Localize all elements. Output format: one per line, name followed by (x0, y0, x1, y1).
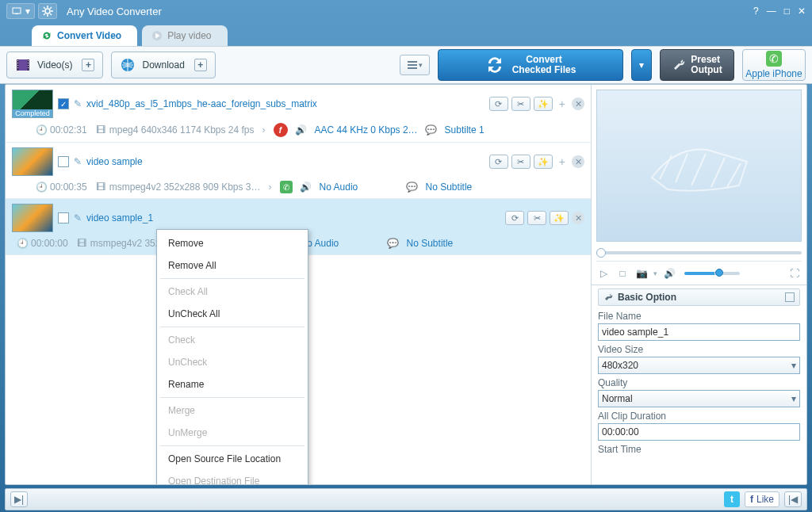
chevron-right-icon[interactable]: › (269, 181, 272, 193)
preset-label-2: Output (691, 65, 722, 75)
menu-separator (160, 445, 304, 446)
tab-play-video[interactable]: Play video (142, 25, 227, 46)
file-row[interactable]: ✎ video sample ⟳ ✂ ✨ + ✕ 🕘00:00:35 🎞msmp… (6, 143, 591, 199)
seek-bar[interactable] (596, 246, 802, 259)
effects-button[interactable]: ✨ (534, 155, 553, 169)
basic-option-header[interactable]: Basic Option (598, 288, 800, 306)
button-label: Download (142, 59, 184, 71)
reconvert-button[interactable]: ⟳ (489, 97, 508, 111)
tab-label: Convert Video (57, 30, 121, 41)
thumbnail[interactable] (12, 204, 53, 232)
view-mode-button[interactable]: ▾ (400, 55, 430, 75)
pencil-icon: ✎ (74, 212, 82, 224)
menu-item: UnMerge (157, 422, 308, 444)
collapse-icon[interactable] (785, 292, 795, 302)
help-button[interactable]: ? (753, 6, 759, 17)
svg-line-10 (44, 13, 45, 15)
checkbox[interactable] (58, 212, 69, 224)
checkbox[interactable]: ✓ (58, 98, 69, 109)
stop-button[interactable]: □ (615, 266, 630, 281)
clock-icon: 🕘 (36, 181, 47, 193)
convert-checked-files-button[interactable]: ConvertChecked Files (438, 49, 623, 81)
maximize-button[interactable]: □ (784, 6, 790, 17)
file-name-input[interactable] (598, 323, 800, 341)
app-title: Any Video Converter (67, 6, 162, 17)
play-button[interactable]: ▷ (596, 266, 611, 281)
expand-icon[interactable]: + (556, 97, 569, 110)
file-row[interactable]: ✓ ✎ xvid_480p_as_l5_1mbps_he-aac_foreign… (6, 85, 591, 143)
tab-label: Play video (167, 30, 211, 41)
svg-rect-19 (28, 60, 29, 61)
tab-convert-video[interactable]: Convert Video (32, 25, 137, 46)
film-icon: 🎞 (95, 124, 106, 136)
svg-rect-22 (28, 67, 29, 68)
clip-duration-input[interactable] (598, 423, 800, 441)
twitter-button[interactable]: t (724, 491, 740, 507)
mute-button[interactable]: 🔊 (662, 266, 676, 281)
refresh-icon (41, 30, 52, 41)
close-button[interactable]: ✕ (798, 6, 806, 17)
subtitle-icon: 💬 (407, 181, 418, 193)
remove-row-button[interactable]: ✕ (572, 212, 584, 224)
cut-button[interactable]: ✂ (511, 155, 530, 169)
facebook-like-button[interactable]: fLike (745, 491, 779, 507)
plus-icon: + (82, 59, 94, 71)
svg-line-7 (44, 7, 45, 9)
download-button[interactable]: Download + (111, 52, 215, 78)
cut-button[interactable]: ✂ (527, 211, 546, 225)
flash-icon: f (274, 123, 288, 137)
chevron-right-icon[interactable]: › (262, 124, 266, 136)
plus-icon: + (194, 59, 207, 71)
svg-rect-25 (408, 64, 417, 66)
menu-item[interactable]: Rename (157, 373, 308, 395)
wrench-icon (603, 292, 613, 302)
convert-dropdown[interactable]: ▾ (631, 49, 652, 81)
quality-select[interactable]: Normal▾ (598, 390, 800, 407)
basic-option-panel: Basic Option File Name Video Size 480x32… (592, 285, 806, 461)
panel-right-button[interactable]: |◀ (784, 491, 802, 507)
audio-info: No Audio (320, 181, 399, 193)
profile-label: Apple iPhone (745, 68, 802, 79)
clip-duration-label: All Clip Duration (598, 411, 800, 422)
output-profile-button[interactable]: ✆ Apple iPhone (742, 49, 806, 81)
main-area: ✓ ✎ xvid_480p_as_l5_1mbps_he-aac_foreign… (5, 84, 807, 485)
svg-rect-15 (17, 60, 18, 61)
svg-rect-20 (28, 63, 29, 63)
minimize-button[interactable]: — (767, 6, 776, 17)
menu-item[interactable]: Remove All (157, 254, 308, 277)
screen-mode-button[interactable]: ▾ (6, 3, 35, 19)
volume-slider[interactable] (684, 272, 740, 275)
thumbnail[interactable] (12, 90, 53, 118)
film-icon (15, 57, 31, 73)
duration: 00:02:31 (50, 124, 87, 136)
remove-row-button[interactable]: ✕ (572, 97, 584, 110)
svg-rect-17 (17, 65, 18, 66)
file-name: video sample (86, 156, 143, 167)
menu-item[interactable]: Remove (157, 232, 308, 254)
panel-left-button[interactable]: ▶| (10, 491, 28, 507)
add-videos-button[interactable]: Video(s) + (6, 52, 103, 78)
video-size-select[interactable]: 480x320▾ (598, 357, 800, 374)
remove-row-button[interactable]: ✕ (572, 155, 584, 168)
svg-rect-21 (28, 65, 29, 66)
titlebar: ▾ Any Video Converter ? — □ ✕ (0, 0, 812, 22)
checkbox[interactable] (58, 156, 69, 167)
effects-button[interactable]: ✨ (550, 211, 569, 225)
menu-item[interactable]: Open Source File Location (157, 448, 308, 470)
reconvert-button[interactable]: ⟳ (505, 211, 524, 225)
settings-button[interactable] (38, 3, 57, 19)
svg-line-29 (691, 154, 706, 185)
expand-icon[interactable]: + (556, 155, 569, 168)
effects-button[interactable]: ✨ (534, 97, 553, 111)
facebook-icon: f (750, 494, 753, 505)
reconvert-button[interactable]: ⟳ (489, 155, 508, 169)
preview-controls: ▷ □ 📷 ▾ 🔊 ⛶ (596, 261, 802, 281)
menu-item[interactable]: UnCheck All (157, 303, 308, 325)
snapshot-button[interactable]: 📷 (634, 266, 649, 281)
svg-line-9 (50, 7, 52, 9)
fullscreen-button[interactable]: ⛶ (787, 266, 802, 281)
subtitle-info: Subtilte 1 (445, 124, 485, 136)
cut-button[interactable]: ✂ (511, 97, 530, 111)
thumbnail[interactable] (12, 147, 53, 176)
preset-output-button[interactable]: PresetOutput (660, 49, 734, 81)
